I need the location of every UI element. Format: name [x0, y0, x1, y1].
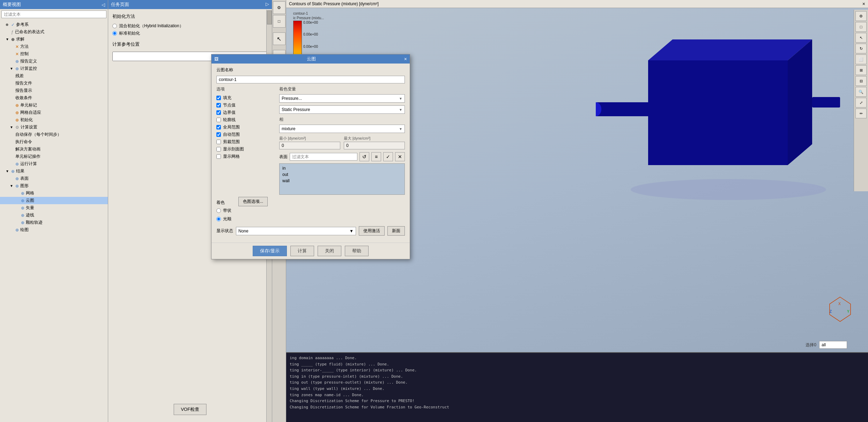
toolbar-view-btn[interactable]: □ — [273, 15, 285, 28]
color-var-1-text: Pressure... — [282, 96, 302, 101]
help-btn[interactable]: 帮助 — [345, 246, 369, 256]
sidebar-item-cell-marking[interactable]: ⊕ 单元标记 — [0, 102, 108, 109]
sidebar-item-calc-settings[interactable]: ▼ ⚙ 计算设置 — [0, 124, 108, 131]
vp-tool-10[interactable]: ✏ — [855, 109, 867, 118]
dialog-close-button[interactable]: × — [404, 56, 407, 62]
display-state-dropdown[interactable]: None ▼ — [236, 227, 356, 235]
toolbar-settings-btn[interactable]: ⚙ — [273, 1, 285, 14]
sidebar-item-streamline[interactable]: ⊕ 迹线 — [0, 212, 108, 219]
vp-tool-4[interactable]: ↻ — [855, 44, 867, 53]
contour-lines-checkbox[interactable] — [216, 118, 221, 122]
sidebar-item-init[interactable]: ⊕ 初始化 — [0, 116, 108, 124]
global-range-checkbox[interactable] — [216, 125, 221, 129]
phase-dropdown[interactable]: mixture ▼ — [279, 125, 405, 133]
sidebar-filter-input[interactable] — [1, 10, 106, 18]
min-input[interactable] — [279, 142, 340, 149]
vp-tool-1[interactable]: ⚙ — [855, 11, 867, 21]
sidebar-item-surface[interactable]: ⊕ 表面 — [0, 175, 108, 182]
vp-tool-3[interactable]: ↖ — [855, 33, 867, 43]
band-radio-row[interactable]: 带状 — [216, 207, 231, 214]
surface-select-all-btn[interactable]: ≡ — [371, 152, 381, 161]
sidebar-item-residual[interactable]: 残差 — [0, 72, 108, 80]
sidebar-item-contour[interactable]: ⊕ 云图 — [0, 197, 108, 204]
band-radio[interactable] — [216, 208, 221, 213]
sidebar-item-method[interactable]: ✕ 方法 — [0, 43, 108, 50]
dialog-close-btn2[interactable]: 关闭 — [318, 246, 341, 256]
sidebar-item-graphics[interactable]: ▼ ⊕ 图形 — [0, 182, 108, 190]
console-area[interactable]: ing domain aaaaaaaa ... Done. ting _____… — [286, 352, 868, 422]
surface-filter-input[interactable] — [290, 153, 357, 161]
sidebar-item-particle-track[interactable]: ⊕ 颗粒轨迹 — [0, 219, 108, 226]
clip-range-checkbox[interactable] — [216, 140, 221, 144]
smooth-radio[interactable] — [216, 217, 221, 221]
fill-checkbox-row[interactable]: 填充 — [216, 94, 276, 102]
sidebar-item-solver[interactable]: ▼ ⊕ 求解 — [0, 36, 108, 43]
vp-tool-9[interactable]: ⤢ — [855, 98, 867, 108]
surface-item-in[interactable]: in — [281, 165, 403, 171]
max-input[interactable] — [344, 142, 405, 149]
surface-check-btn[interactable]: ✓ — [383, 152, 393, 161]
surface-item-out[interactable]: out — [281, 171, 403, 178]
clip-range-checkbox-row[interactable]: 剪裁范围 — [216, 138, 276, 146]
sidebar-item-plot[interactable]: ⊕ 绘图 — [0, 226, 108, 234]
sidebar-item-mesh[interactable]: ⊕ 网格 — [0, 190, 108, 197]
surface-clear-btn[interactable]: ✕ — [395, 152, 405, 161]
sidebar-item-named-expr[interactable]: ƒ 已命名的表达式 — [0, 28, 108, 36]
vp-tool-8[interactable]: 🔍 — [855, 87, 867, 97]
surface-list: in out wall — [279, 163, 405, 195]
contour-name-input[interactable] — [216, 76, 405, 83]
sidebar-item-cell-mark-op[interactable]: 单元标记操作 — [0, 153, 108, 160]
auto-range-checkbox-row[interactable]: 自动范围 — [216, 131, 276, 138]
viewport-close-btn[interactable]: × — [862, 1, 865, 7]
toolbar-select-btn[interactable]: ↖ — [273, 32, 285, 45]
sidebar-item-auto-save[interactable]: 自动保存（每个时间步） — [0, 131, 108, 138]
vp-tool-7[interactable]: ⊟ — [855, 76, 867, 86]
sidebar-item-mesh-adapt[interactable]: ⊕ 网格自适应 — [0, 109, 108, 116]
surface-item-wall[interactable]: wall — [281, 178, 403, 184]
sidebar-item-convergence[interactable]: 收敛条件 — [0, 94, 108, 102]
fill-checkbox[interactable] — [216, 96, 221, 100]
node-values-checkbox[interactable] — [216, 103, 221, 108]
color-var-dropdown-2[interactable]: Static Pressure ▼ — [279, 105, 405, 114]
sidebar-item-report-display[interactable]: 报告显示 — [0, 87, 108, 94]
boundary-values-checkbox-row[interactable]: 边界值 — [216, 109, 276, 116]
sidebar-item-control[interactable]: ✕ 控制 — [0, 50, 108, 58]
sidebar-item-report-def[interactable]: ⊕ 报告定义 — [0, 58, 108, 65]
color-var-dropdown-1[interactable]: Pressure... ▼ — [279, 94, 405, 103]
smooth-radio-row[interactable]: 光顺 — [216, 215, 231, 223]
node-values-checkbox-row[interactable]: 节点值 — [216, 102, 276, 109]
vp-tool-5[interactable]: ⬜ — [855, 54, 867, 64]
vp-tool-2[interactable]: □ — [855, 22, 867, 32]
new-surface-btn[interactable]: 新面 — [387, 226, 405, 236]
sidebar-item-vector[interactable]: ⊕ 矢量 — [0, 204, 108, 212]
3d-view-svg — [596, 18, 840, 200]
show-mesh-checkbox[interactable] — [216, 154, 221, 159]
sidebar-item-result[interactable]: ▼ ⊕ 结果 — [0, 168, 108, 175]
global-range-checkbox-row[interactable]: 全局范围 — [216, 124, 276, 131]
show-mesh-checkbox-row[interactable]: 显示网格 — [216, 153, 276, 160]
vp-tool-6[interactable]: ⊞ — [855, 65, 867, 75]
shadow-ellipse — [631, 179, 826, 200]
colormap-btn[interactable]: 色图选项... — [238, 197, 268, 206]
sidebar-item-calc-monitor[interactable]: ▼ ⊕ 计算监控 — [0, 65, 108, 72]
select-input[interactable] — [819, 341, 847, 349]
dialog-title-bar: 🖼 云图 × — [212, 54, 410, 64]
show-section-checkbox-row[interactable]: 显示剖面图 — [216, 146, 276, 153]
console-line-3: ting in (type pressure-inlet) (mixture) … — [290, 373, 865, 380]
sidebar-item-reference[interactable]: ⊕ ✓ 参考系 — [0, 21, 108, 28]
auto-range-checkbox[interactable] — [216, 132, 221, 137]
show-section-checkbox[interactable] — [216, 147, 221, 151]
sidebar-item-run-calc[interactable]: ⊕ 运行计算 — [0, 160, 108, 168]
contour-lines-checkbox-row[interactable]: 轮廓线 — [216, 116, 276, 124]
sidebar-item-label: 结果 — [16, 168, 24, 174]
sidebar-item-solution-anim[interactable]: 解决方案动画 — [0, 146, 108, 153]
sidebar-close-icon[interactable]: ◁ — [102, 2, 105, 7]
sidebar-item-execute-cmd[interactable]: 执行命令 — [0, 138, 108, 146]
save-display-btn[interactable]: 保存/显示 — [253, 246, 287, 256]
boundary-values-checkbox[interactable] — [216, 110, 221, 115]
use-active-btn[interactable]: 使用激活 — [359, 226, 385, 236]
sidebar-item-report-file[interactable]: 报告文件 — [0, 80, 108, 87]
console-line-1: ting _____ (type fluid) (mixture) ... Do… — [290, 361, 865, 368]
compute-btn[interactable]: 计算 — [290, 246, 314, 256]
surface-refresh-btn[interactable]: ↺ — [359, 152, 369, 161]
